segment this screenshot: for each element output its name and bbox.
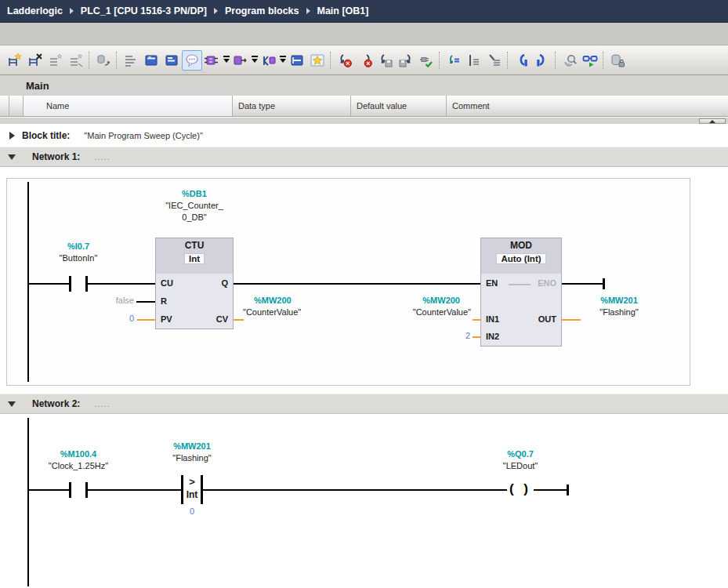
contact-symbol[interactable] — [69, 276, 71, 292]
close-all-networks-icon[interactable] — [287, 50, 307, 71]
operand-name[interactable]: "Clock_1.25Hz" — [22, 460, 135, 472]
db-instance-operand[interactable]: %DB1 "IEC_Counter_ 0_DB" — [146, 188, 243, 223]
contact-operand[interactable]: %M100.4 "Clock_1.25Hz" — [22, 448, 135, 472]
network-1-header[interactable]: Network 1: ..... — [0, 147, 728, 167]
operand-name[interactable]: 0_DB" — [146, 212, 243, 223]
pin-in2[interactable]: IN2 — [486, 332, 499, 341]
pin-pv[interactable]: PV — [161, 314, 172, 324]
insert-empty-box-icon[interactable] — [202, 50, 223, 71]
test-search-icon[interactable] — [560, 50, 580, 71]
operand-name[interactable]: "CounterValue" — [377, 307, 471, 318]
block-title-row[interactable]: Block title: "Main Program Sweep (Cycle)… — [0, 124, 728, 147]
remove-usage-icon[interactable] — [484, 50, 505, 71]
operand-name[interactable]: "IEC_Counter_ — [146, 200, 243, 212]
pin-in1[interactable]: IN1 — [486, 314, 499, 324]
comparator-operator[interactable]: > — [180, 476, 204, 488]
contact-symbol[interactable] — [85, 276, 88, 292]
operand-address[interactable]: %MW201 — [583, 295, 655, 307]
contact-symbol[interactable] — [85, 482, 88, 498]
operand-name[interactable]: "CounterValue" — [243, 307, 339, 318]
network-2-header[interactable]: Network 2: ..... — [0, 394, 728, 414]
upload-snapshot-icon[interactable] — [375, 50, 396, 71]
go-to-definition-icon[interactable] — [444, 50, 464, 71]
operand-name[interactable]: "LEDout" — [472, 460, 569, 472]
delete-row-icon[interactable] — [66, 50, 86, 71]
monitoring-toggle-icon[interactable] — [580, 50, 600, 71]
pin-en[interactable]: EN — [486, 278, 498, 288]
favorites-icon[interactable] — [307, 50, 328, 71]
download-snapshot-icon[interactable] — [396, 50, 416, 71]
insert-network-icon[interactable] — [5, 50, 25, 71]
r-input-value[interactable]: false — [91, 296, 134, 305]
column-header-data-type[interactable]: Data type — [233, 96, 351, 117]
operand-name[interactable]: "ButtonIn" — [30, 252, 127, 264]
network-1-canvas[interactable]: %I0.7 "ButtonIn" %DB1 "IEC_Counter_ 0_DB… — [0, 167, 728, 394]
contact-operand[interactable]: %I0.7 "ButtonIn" — [30, 241, 127, 264]
operand-address[interactable]: %I0.7 — [30, 241, 127, 252]
column-header-name[interactable]: Name — [24, 96, 233, 117]
collapse-networks-icon[interactable] — [161, 50, 182, 71]
collapse-network-1-icon[interactable] — [8, 154, 16, 160]
pv-input-value[interactable]: 0 — [103, 314, 134, 323]
operand-address[interactable]: %MW200 — [377, 295, 471, 307]
free-form-comments-icon[interactable] — [182, 50, 202, 71]
mod-block[interactable]: MOD Auto (Int) EN ENO IN1 IN2 OUT — [480, 238, 562, 347]
pin-q[interactable]: Q — [221, 278, 228, 288]
insert-jump-label-dropdown-icon[interactable] — [279, 51, 287, 70]
breadcrumb-item-program-blocks[interactable]: Program blocks — [225, 5, 299, 16]
comparator-operand[interactable]: %MW201 "Flashing" — [143, 441, 241, 464]
column-header-default-value[interactable]: Default value — [351, 96, 447, 117]
in1-input-operand[interactable]: %MW200 "CounterValue" — [377, 295, 471, 318]
absolute-operands-icon[interactable] — [121, 50, 141, 71]
delete-network-icon[interactable] — [25, 50, 45, 71]
insert-open-branch-icon[interactable] — [230, 50, 251, 71]
operand-name[interactable]: "Flashing" — [143, 452, 241, 464]
breadcrumb-item-plc[interactable]: PLC_1 [CPU 1516-3 PN/DP] — [81, 5, 207, 16]
column-header-comment[interactable]: Comment — [447, 96, 728, 117]
out-output-operand[interactable]: %MW201 "Flashing" — [583, 295, 655, 318]
network-2-canvas[interactable]: %M100.4 "Clock_1.25Hz" > Int 0 %MW201 "F… — [0, 414, 728, 588]
next-usage-icon[interactable] — [532, 50, 552, 71]
insert-open-branch-dropdown-icon[interactable] — [251, 51, 259, 70]
contact-symbol[interactable] — [69, 482, 71, 498]
discard-changes-icon[interactable] — [335, 50, 355, 71]
coil-symbol[interactable]: ( ) — [498, 481, 542, 497]
cv-output-operand[interactable]: %MW200 "CounterValue" — [243, 295, 339, 318]
network-2-comment-placeholder[interactable]: ..... — [94, 399, 110, 408]
comparator-value[interactable]: 0 — [180, 506, 204, 516]
pin-cv[interactable]: CV — [216, 314, 228, 324]
operand-address[interactable]: %M100.4 — [22, 448, 135, 460]
block-title-value[interactable]: "Main Program Sweep (Cycle)" — [84, 131, 202, 140]
expand-networks-icon[interactable] — [141, 50, 161, 71]
pin-r[interactable]: R — [161, 296, 167, 306]
comparator-type[interactable]: Int — [180, 489, 204, 500]
block-data-type-selector[interactable]: Auto (Int) — [496, 253, 545, 264]
data-protection-icon[interactable] — [607, 50, 628, 71]
expand-block-title-icon[interactable] — [9, 132, 15, 140]
operand-address[interactable]: %MW201 — [143, 441, 241, 452]
operand-name[interactable]: "Flashing" — [583, 307, 655, 318]
insert-jump-label-icon[interactable] — [259, 50, 279, 71]
operand-usage-icon[interactable] — [464, 50, 484, 71]
network-1-comment-placeholder[interactable]: ..... — [94, 152, 110, 162]
consistency-check-icon[interactable] — [416, 50, 436, 71]
insert-row-icon[interactable] — [45, 50, 66, 71]
collapse-network-2-icon[interactable] — [8, 401, 16, 407]
pin-out[interactable]: OUT — [538, 314, 556, 324]
block-data-type-selector[interactable]: Int — [184, 253, 205, 264]
in2-input-value[interactable]: 2 — [439, 331, 470, 340]
pin-eno[interactable]: ENO — [538, 278, 556, 288]
insert-empty-box-dropdown-icon[interactable] — [223, 51, 230, 70]
ctu-counter-block[interactable]: CTU Int CU R PV Q CV — [155, 238, 234, 329]
operand-address[interactable]: %Q0.7 — [472, 448, 569, 460]
breadcrumb-item-project[interactable]: Ladderlogic — [7, 5, 63, 16]
breadcrumb-item-main-ob1[interactable]: Main [OB1] — [317, 5, 369, 16]
operand-address[interactable]: %DB1 — [146, 188, 243, 200]
collapse-interface-button[interactable] — [699, 118, 726, 124]
pin-cu[interactable]: CU — [161, 278, 173, 288]
coil-operand[interactable]: %Q0.7 "LEDout" — [472, 448, 569, 472]
previous-usage-icon[interactable] — [512, 50, 532, 71]
update-block-call-icon[interactable] — [93, 50, 114, 71]
download-cancel-icon[interactable] — [355, 50, 375, 71]
operand-address[interactable]: %MW200 — [243, 295, 339, 307]
